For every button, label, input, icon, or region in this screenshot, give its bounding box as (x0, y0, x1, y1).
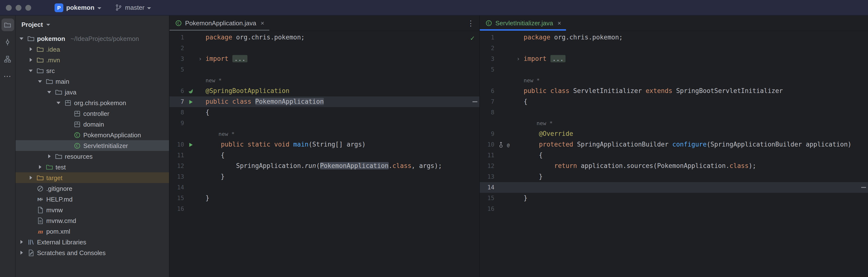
tree-item-org-chris-pokemon[interactable]: org.chris.pokemon (16, 97, 169, 108)
chevron-open-icon[interactable] (19, 33, 24, 44)
line-number[interactable]: 11 (480, 150, 496, 161)
tree-item-java[interactable]: java (16, 86, 169, 97)
line-number[interactable]: 12 (169, 161, 186, 171)
commit-tool-button[interactable] (1, 36, 14, 48)
gutter-icons (186, 88, 197, 95)
tree-item-test[interactable]: test (16, 162, 169, 172)
tree-item-pokemonapplication[interactable]: CPokemonApplication (16, 130, 169, 140)
code-line: 6public class ServletInitializer extends… (480, 86, 868, 96)
at-icon[interactable]: @ (505, 141, 512, 148)
code-line: 10@ protected SpringApplicationBuilder c… (480, 139, 868, 150)
code-editor-right[interactable]: 1package org.chris.pokemon;23›import ...… (480, 31, 868, 277)
line-number[interactable]: 15 (169, 193, 186, 204)
line-number[interactable]: 7 (480, 96, 496, 107)
tree-item-idea[interactable]: .idea (16, 44, 169, 55)
line-number[interactable]: 5 (480, 64, 496, 75)
project-tool-button[interactable] (1, 19, 14, 31)
chevron-closed-icon[interactable] (28, 172, 34, 183)
tree-item-domain[interactable]: domain (16, 119, 169, 130)
tree-item-src[interactable]: src (16, 65, 169, 76)
code-line: 11 { (480, 150, 868, 161)
tree-item-servletinitializer[interactable]: CServletInitializer (16, 140, 169, 151)
line-number[interactable]: 14 (169, 182, 186, 193)
line-number[interactable]: 11 (169, 150, 186, 161)
inspection-status-icon[interactable]: ✓ (470, 33, 474, 43)
scrollbar-caret-mark (861, 187, 866, 188)
tree-item-target[interactable]: target (16, 172, 169, 183)
close-icon[interactable]: × (557, 20, 561, 27)
line-number[interactable]: 16 (169, 204, 186, 214)
project-panel-header[interactable]: Project (16, 15, 169, 33)
tool-strip: ⋯ (0, 15, 16, 277)
tree-item-gitignore[interactable]: .gitignore (16, 183, 169, 194)
line-number[interactable]: 13 (480, 171, 496, 182)
chevron-open-icon[interactable] (28, 65, 34, 76)
line-number[interactable]: 16 (480, 204, 496, 214)
chevron-closed-icon[interactable] (46, 151, 52, 162)
line-number[interactable]: 10 (169, 139, 186, 150)
window-close-button[interactable] (6, 5, 12, 10)
code-editor-left[interactable]: 1package org.chris.pokemon;23›import ...… (169, 31, 479, 277)
fold-marker-icon[interactable]: › (197, 54, 204, 64)
line-number[interactable]: 9 (480, 129, 496, 139)
chevron-closed-icon[interactable] (19, 237, 24, 247)
line-number[interactable]: 2 (169, 43, 186, 54)
window-minimize-button[interactable] (16, 5, 22, 10)
code-text: package org.chris.pokemon; (522, 32, 868, 43)
tab-servletinitializer-java[interactable]: C ServletInitializer.java × (480, 15, 566, 31)
line-number[interactable]: 8 (480, 107, 496, 118)
project-widget[interactable]: P pokemon (52, 2, 104, 13)
tree-item-mvnw[interactable]: mvnw (16, 204, 169, 215)
chevron-closed-icon[interactable] (28, 44, 34, 55)
chevron-closed-icon[interactable] (19, 247, 24, 258)
line-number[interactable]: 10 (480, 139, 496, 150)
line-number[interactable]: 5 (169, 64, 186, 75)
chevron-open-icon[interactable] (37, 76, 43, 86)
tree-item-main[interactable]: main (16, 76, 169, 86)
line-number[interactable]: 7 (169, 96, 186, 107)
line-number[interactable]: 2 (480, 43, 496, 54)
tree-item-pom-xml[interactable]: mpom.xml (16, 226, 169, 237)
line-number[interactable]: 8 (169, 107, 186, 118)
tree-item-external-libraries[interactable]: External Libraries (16, 237, 169, 247)
tree-item-mvn[interactable]: .mvn (16, 55, 169, 65)
fold-marker-icon[interactable]: › (515, 54, 522, 64)
tree-item-resources[interactable]: resources (16, 151, 169, 162)
line-number[interactable]: 14 (480, 182, 496, 193)
tree-item-scratches-and-consoles[interactable]: Scratches and Consoles (16, 247, 169, 258)
chevron-open-icon[interactable] (56, 97, 61, 108)
spring-icon[interactable] (187, 88, 194, 95)
tree-item-help-md[interactable]: MHELP.md (16, 194, 169, 204)
tab-options-menu-icon[interactable]: ⋮ (462, 19, 479, 28)
line-number[interactable]: 1 (480, 32, 496, 43)
chevron-open-icon[interactable] (46, 86, 52, 97)
structure-tool-button[interactable] (1, 53, 14, 65)
branch-widget[interactable]: master (112, 2, 154, 13)
project-tree: pokemon~/IdeaProjects/pokemon.idea.mvnsr… (16, 33, 169, 277)
line-number[interactable]: 13 (169, 171, 186, 182)
run-icon[interactable] (187, 141, 194, 148)
line-number[interactable]: 3 (480, 54, 496, 64)
line-number[interactable]: 15 (480, 193, 496, 204)
tree-item-mvnw-cmd[interactable]: mvnw.cmd (16, 215, 169, 226)
chevron-closed-icon[interactable] (28, 55, 34, 65)
line-number[interactable]: 1 (169, 32, 186, 43)
window-zoom-button[interactable] (25, 5, 31, 10)
more-tools-button[interactable]: ⋯ (1, 70, 14, 82)
chevron-closed-icon[interactable] (37, 162, 43, 172)
close-icon[interactable]: × (260, 20, 264, 27)
line-number[interactable]: 12 (480, 161, 496, 171)
line-number[interactable]: 3 (169, 54, 186, 64)
folder-icon (27, 35, 35, 42)
tree-item-pokemon[interactable]: pokemon~/IdeaProjects/pokemon (16, 33, 169, 44)
run-icon[interactable] (187, 98, 194, 105)
code-text: } (522, 193, 868, 204)
override-icon[interactable] (497, 141, 504, 148)
tree-item-controller[interactable]: controller (16, 108, 169, 119)
code-line: 9 @Override (480, 129, 868, 139)
line-number[interactable]: 6 (480, 86, 496, 96)
line-number[interactable]: 6 (169, 86, 186, 96)
line-number[interactable]: 9 (169, 118, 186, 129)
tab-pokemonapplication-java[interactable]: C PokemonApplication.java × (169, 15, 269, 31)
tree-item-label: pokemon (37, 35, 65, 42)
